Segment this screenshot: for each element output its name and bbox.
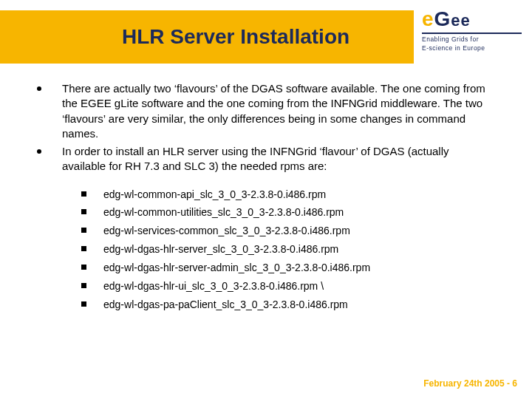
list-item: edg-wl-dgas-hlr-server_slc_3_0_3-2.3.8-0…	[81, 242, 495, 256]
square-icon	[81, 261, 103, 275]
sub-text: edg-wl-dgas-hlr-server_slc_3_0_3-2.3.8-0…	[103, 242, 495, 256]
logo-tagline: Enabling Grids for E-science in Europe	[422, 33, 522, 53]
square-icon	[81, 224, 103, 238]
logo: eGee Enabling Grids for E-science in Eur…	[422, 7, 522, 66]
content-area: There are actually two ‘flavours’ of the…	[37, 81, 495, 316]
square-icon	[81, 242, 103, 256]
sub-text: edg-wl-common-utilities_slc_3_0_3-2.3.8-…	[103, 205, 495, 219]
square-icon	[81, 298, 103, 312]
sub-text: edg-wl-common-api_slc_3_0_3-2.3.8-0.i486…	[103, 188, 495, 202]
list-item: edg-wl-common-utilities_slc_3_0_3-2.3.8-…	[81, 205, 495, 219]
footer-date-page: February 24th 2005 - 6	[423, 378, 517, 389]
sub-text: edg-wl-dgas-pa-paClient_slc_3_0_3-2.3.8-…	[103, 298, 495, 312]
bullet-text: There are actually two ‘flavours’ of the…	[62, 81, 495, 141]
square-icon	[81, 205, 103, 219]
list-item: edg-wl-dgas-hlr-server-admin_slc_3_0_3-2…	[81, 261, 495, 275]
main-bullets: There are actually two ‘flavours’ of the…	[37, 81, 495, 174]
sub-text: edg-wl-dgas-hlr-server-admin_slc_3_0_3-2…	[103, 261, 495, 275]
list-item: edg-wl-dgas-pa-paClient_slc_3_0_3-2.3.8-…	[81, 298, 495, 312]
bullet-icon	[37, 144, 62, 174]
bullet-icon	[37, 81, 62, 141]
slide-title: HLR Server Installation	[122, 25, 349, 49]
list-item: There are actually two ‘flavours’ of the…	[37, 81, 495, 141]
bullet-text: In order to install an HLR server using …	[62, 144, 495, 174]
slide: HLR Server Installation eGee Enabling Gr…	[0, 0, 532, 399]
list-item: edg-wl-common-api_slc_3_0_3-2.3.8-0.i486…	[81, 188, 495, 202]
sub-text: edg-wl-services-common_slc_3_0_3-2.3.8-0…	[103, 224, 495, 238]
square-icon	[81, 279, 103, 293]
list-item: edg-wl-services-common_slc_3_0_3-2.3.8-0…	[81, 224, 495, 238]
sub-bullets: edg-wl-common-api_slc_3_0_3-2.3.8-0.i486…	[37, 188, 495, 312]
square-icon	[81, 188, 103, 202]
logo-text: eGee	[422, 7, 522, 31]
sub-text: edg-wl-dgas-hlr-ui_slc_3_0_3-2.3.8-0.i48…	[103, 279, 495, 293]
list-item: edg-wl-dgas-hlr-ui_slc_3_0_3-2.3.8-0.i48…	[81, 279, 495, 293]
list-item: In order to install an HLR server using …	[37, 144, 495, 174]
title-band: HLR Server Installation	[0, 10, 414, 64]
